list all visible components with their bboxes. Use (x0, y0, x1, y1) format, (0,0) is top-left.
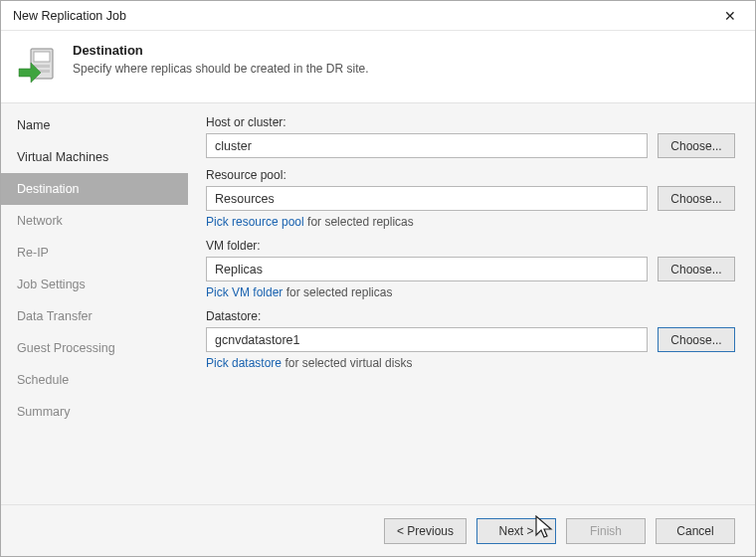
next-button[interactable]: Next > (476, 518, 556, 544)
folder-pick-line: Pick VM folder for selected replicas (206, 285, 735, 299)
sidebar-item-schedule[interactable]: Schedule (1, 364, 188, 396)
finish-button: Finish (566, 518, 646, 544)
sidebar-item-network[interactable]: Network (1, 205, 188, 237)
window-title: New Replication Job (13, 9, 713, 23)
wizard-body: Name Virtual Machines Destination Networ… (1, 102, 755, 504)
svg-rect-1 (34, 52, 50, 62)
pick-resource-pool-link[interactable]: Pick resource pool (206, 215, 304, 229)
pool-label: Resource pool: (206, 168, 735, 182)
datastore-input[interactable]: gcnvdatastore1 (206, 327, 648, 352)
pool-pick-line: Pick resource pool for selected replicas (206, 215, 735, 229)
choose-datastore-button[interactable]: Choose... (658, 327, 735, 352)
choose-pool-button[interactable]: Choose... (658, 186, 735, 211)
step-description: Specify where replicas should be created… (73, 62, 369, 76)
sidebar-item-name[interactable]: Name (1, 109, 188, 141)
pool-pick-suffix: for selected replicas (304, 215, 414, 229)
content-panel: Host or cluster: cluster Choose... Resou… (188, 103, 755, 504)
folder-pick-suffix: for selected replicas (283, 285, 392, 299)
wizard-window: New Replication Job ✕ Destination Specif… (0, 0, 756, 557)
choose-folder-button[interactable]: Choose... (658, 257, 735, 281)
pool-block: Resource pool: Resources Choose... Pick … (206, 168, 735, 229)
previous-button[interactable]: < Previous (384, 518, 467, 544)
datastore-pick-suffix: for selected virtual disks (282, 356, 412, 370)
titlebar: New Replication Job ✕ (1, 1, 755, 31)
svg-rect-2 (34, 65, 50, 68)
sidebar-item-data-transfer[interactable]: Data Transfer (1, 300, 188, 332)
sidebar-item-guest-processing[interactable]: Guest Processing (1, 332, 188, 364)
folder-input[interactable]: Replicas (206, 257, 648, 281)
host-block: Host or cluster: cluster Choose... (206, 115, 735, 158)
step-sidebar: Name Virtual Machines Destination Networ… (1, 103, 188, 504)
step-title: Destination (73, 43, 369, 58)
cancel-button[interactable]: Cancel (656, 518, 735, 544)
datastore-pick-line: Pick datastore for selected virtual disk… (206, 356, 735, 370)
header-text: Destination Specify where replicas shoul… (73, 43, 369, 76)
host-label: Host or cluster: (206, 115, 735, 129)
datastore-label: Datastore: (206, 309, 735, 323)
folder-block: VM folder: Replicas Choose... Pick VM fo… (206, 239, 735, 299)
pick-vm-folder-link[interactable]: Pick VM folder (206, 285, 283, 299)
host-input[interactable]: cluster (206, 133, 648, 158)
wizard-footer: < Previous Next > Finish Cancel (1, 504, 755, 556)
folder-label: VM folder: (206, 239, 735, 253)
pool-input[interactable]: Resources (206, 186, 648, 211)
choose-host-button[interactable]: Choose... (658, 133, 735, 158)
close-icon[interactable]: ✕ (713, 8, 747, 24)
sidebar-item-virtual-machines[interactable]: Virtual Machines (1, 141, 188, 173)
sidebar-item-summary[interactable]: Summary (1, 396, 188, 428)
wizard-header: Destination Specify where replicas shoul… (1, 31, 755, 102)
sidebar-item-job-settings[interactable]: Job Settings (1, 269, 188, 300)
datastore-block: Datastore: gcnvdatastore1 Choose... Pick… (206, 309, 735, 370)
sidebar-item-destination[interactable]: Destination (1, 173, 188, 205)
pick-datastore-link[interactable]: Pick datastore (206, 356, 282, 370)
destination-icon (17, 45, 59, 87)
sidebar-item-re-ip[interactable]: Re-IP (1, 237, 188, 269)
